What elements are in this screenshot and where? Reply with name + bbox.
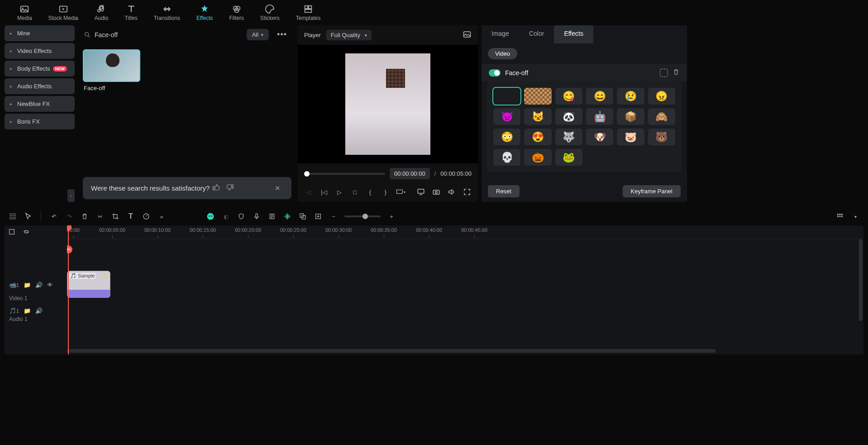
face-option-emoji-bear[interactable]: 🐻: [648, 129, 675, 145]
time-ruler[interactable]: 00:00 00:00:05:00 00:00:10:00 00:00:15:0…: [67, 225, 863, 239]
face-option-emoji-cry[interactable]: 😢: [617, 88, 644, 105]
undo-button[interactable]: ↶: [49, 212, 58, 221]
face-option-emoji-blush[interactable]: 😳: [493, 129, 520, 145]
horizontal-scrollbar[interactable]: [67, 349, 858, 353]
tab-filters[interactable]: Filters: [221, 0, 252, 25]
shield-tool-button[interactable]: [237, 212, 246, 221]
face-option-emoji-skull[interactable]: 💀: [493, 149, 520, 166]
aspect-dropdown[interactable]: ▾: [396, 187, 405, 196]
quality-dropdown[interactable]: Full Quality ▾: [326, 30, 372, 40]
fullscreen-button[interactable]: [463, 187, 472, 196]
category-body-effects[interactable]: ▸Body EffectsNEW: [5, 61, 75, 77]
effect-thumbnail-faceoff[interactable]: Face-off: [83, 49, 140, 91]
tab-effects[interactable]: Effects: [188, 0, 221, 25]
tab-media[interactable]: Media: [9, 0, 40, 25]
snapshot-icon[interactable]: [463, 30, 472, 40]
cursor-tool-icon[interactable]: [24, 212, 33, 221]
text-button[interactable]: T: [126, 212, 135, 221]
add-track-button[interactable]: [314, 212, 323, 221]
category-mine[interactable]: ▸Mine: [5, 25, 75, 41]
tab-color[interactable]: Color: [519, 25, 554, 43]
face-option-emoji-hearteyes[interactable]: 😍: [524, 129, 551, 145]
split-button[interactable]: ✂: [95, 212, 105, 221]
ai-chip-icon[interactable]: [660, 69, 668, 77]
face-option-emoji-pig[interactable]: 🐷: [617, 129, 644, 145]
redo-button[interactable]: ↷: [65, 212, 74, 221]
tab-templates[interactable]: Templates: [288, 0, 329, 25]
face-option-emoji-pumpkin[interactable]: 🎃: [524, 149, 551, 166]
tab-transitions[interactable]: Transitions: [146, 0, 188, 25]
sub-tab-video[interactable]: Video: [488, 48, 517, 59]
grid-view-button[interactable]: [835, 212, 844, 221]
color-tool-button[interactable]: ◐: [221, 212, 230, 221]
collapse-sidebar-button[interactable]: ‹: [67, 189, 75, 202]
close-feedback-button[interactable]: ✕: [272, 184, 283, 192]
zoom-out-button[interactable]: −: [329, 212, 338, 221]
tab-titles[interactable]: Titles: [116, 0, 145, 25]
face-option-emoji-robot[interactable]: 🤖: [586, 108, 613, 125]
playhead[interactable]: ✂: [68, 225, 69, 354]
face-option-emoji-frog[interactable]: 🐸: [555, 149, 582, 166]
tab-image[interactable]: Image: [482, 25, 519, 43]
link-tracks-icon[interactable]: [22, 227, 31, 236]
face-option-none[interactable]: [493, 88, 520, 105]
play-button[interactable]: ▷: [335, 187, 344, 196]
face-option-emoji-panda[interactable]: 🐼: [555, 108, 582, 125]
face-option-emoji-wolf[interactable]: 🐺: [555, 129, 582, 145]
crop-button[interactable]: [111, 212, 120, 221]
face-option-emoji-angry[interactable]: 😠: [648, 88, 675, 105]
stop-button[interactable]: □: [350, 187, 359, 196]
tab-effects-right[interactable]: Effects: [554, 25, 593, 43]
category-newblue-fx[interactable]: ▸NewBlue FX: [5, 96, 75, 112]
zoom-in-button[interactable]: +: [387, 212, 396, 221]
face-option-mosaic[interactable]: [524, 88, 551, 105]
mute-icon[interactable]: 🔊: [35, 307, 43, 314]
face-option-emoji-yum[interactable]: 😋: [555, 88, 582, 105]
visibility-icon[interactable]: 👁: [47, 282, 53, 288]
tab-stickers[interactable]: Stickers: [252, 0, 288, 25]
folder-icon[interactable]: 📁: [24, 307, 31, 314]
progress-slider[interactable]: [304, 173, 385, 175]
face-option-emoji-box[interactable]: 📦: [617, 108, 644, 125]
search-input[interactable]: [95, 31, 174, 38]
reset-button[interactable]: Reset: [488, 185, 520, 197]
notes-tool-button[interactable]: [267, 212, 277, 221]
mark-in-button[interactable]: {: [366, 187, 375, 196]
face-option-emoji-laugh[interactable]: 😄: [586, 88, 613, 105]
tab-audio[interactable]: Audio: [86, 0, 117, 25]
mute-icon[interactable]: 🔊: [35, 282, 43, 288]
ai-tool-button[interactable]: [206, 212, 215, 221]
face-option-emoji-monkey[interactable]: 🙈: [648, 108, 675, 125]
timeline-settings-icon[interactable]: [7, 227, 16, 236]
face-option-emoji-cat[interactable]: 😼: [524, 108, 551, 125]
marker-tool-button[interactable]: [283, 212, 292, 221]
category-audio-effects[interactable]: ▸Audio Effects: [5, 78, 75, 94]
zoom-slider[interactable]: [344, 215, 381, 217]
folder-icon[interactable]: 📁: [24, 282, 31, 288]
more-tools-button[interactable]: »: [157, 212, 166, 221]
layers-tool-button[interactable]: [298, 212, 307, 221]
category-video-effects[interactable]: ▸Video Effects: [5, 43, 75, 59]
options-dropdown-button[interactable]: ▾: [851, 212, 860, 221]
select-tool-icon[interactable]: [8, 212, 17, 221]
video-clip[interactable]: 🎵 Sample ✨: [67, 271, 110, 298]
delete-effect-button[interactable]: [672, 68, 680, 77]
face-option-emoji-dog[interactable]: 🐶: [586, 129, 613, 145]
delete-button[interactable]: [80, 212, 89, 221]
thumbs-up-button[interactable]: [210, 183, 223, 193]
filter-dropdown[interactable]: All ▾: [247, 29, 269, 40]
display-button[interactable]: [416, 187, 425, 196]
vertical-scrollbar[interactable]: [859, 239, 863, 348]
tab-stock-media[interactable]: Stock Media: [40, 0, 86, 25]
effect-toggle[interactable]: [489, 69, 501, 77]
keyframe-panel-button[interactable]: Keyframe Panel: [623, 185, 681, 197]
category-boris-fx[interactable]: ▸Boris FX: [5, 114, 75, 129]
split-marker[interactable]: ✂: [67, 245, 72, 254]
prev-frame-button[interactable]: ◁: [304, 187, 313, 196]
volume-button[interactable]: [447, 187, 456, 196]
more-menu-button[interactable]: •••: [273, 28, 291, 41]
speed-button[interactable]: [142, 212, 151, 221]
step-back-button[interactable]: |◁: [320, 187, 329, 196]
face-option-emoji-devil[interactable]: 😈: [493, 108, 520, 125]
mark-out-button[interactable]: }: [381, 187, 390, 196]
